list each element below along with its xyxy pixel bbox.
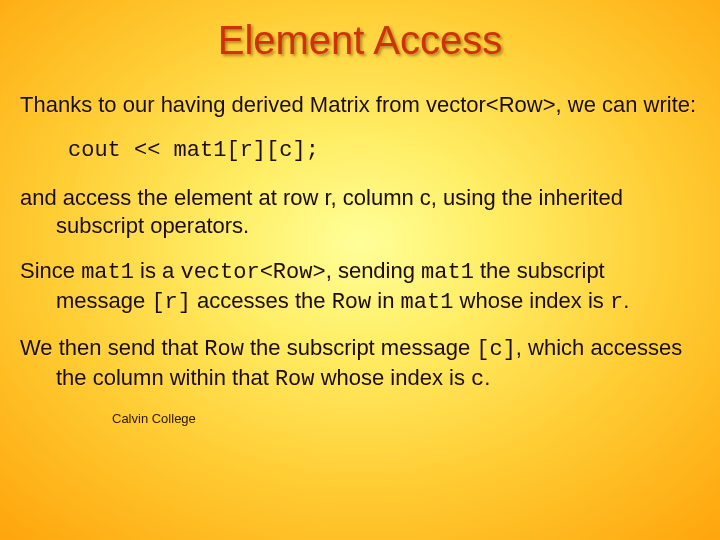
code-example: cout << mat1[r][c]; [68,137,700,165]
explanation-paragraph-2: We then send that Row the subscript mess… [20,334,700,393]
text: whose index is [315,365,472,390]
access-paragraph: and access the element at row r, column … [20,184,700,239]
code-inline: mat1 [401,290,454,315]
code-inline: r [610,290,623,315]
text: Thanks to our having derived Matrix from… [20,92,568,117]
text: . [484,365,490,390]
intro-paragraph: Thanks to our having derived Matrix from… [20,91,700,119]
text: the subscript message [244,335,476,360]
text: in [371,288,400,313]
text: . [623,288,629,313]
explanation-paragraph-1: Since mat1 is a vector<Row>, sending mat… [20,257,700,316]
text: whose index is [453,288,610,313]
text: is a [134,258,180,283]
text: , sending [326,258,421,283]
code-inline: mat1 [81,260,134,285]
text: Since [20,258,81,283]
slide: Element Access Thanks to our having deri… [0,0,720,540]
slide-title: Element Access [20,18,700,63]
code-inline: vector<Row> [180,260,325,285]
code-inline: Row [275,367,315,392]
footer-attribution: Calvin College [112,411,700,427]
slide-body: Thanks to our having derived Matrix from… [20,91,700,427]
code-inline: [r] [151,290,191,315]
code-inline: c [471,367,484,392]
text: accesses the [191,288,332,313]
code-inline: Row [332,290,372,315]
code-inline: Row [204,337,244,362]
text: and access the element at row r, column … [20,185,443,210]
code-inline: [c] [476,337,516,362]
text: We then send that [20,335,204,360]
code-inline: mat1 [421,260,474,285]
text: we can write: [568,92,696,117]
